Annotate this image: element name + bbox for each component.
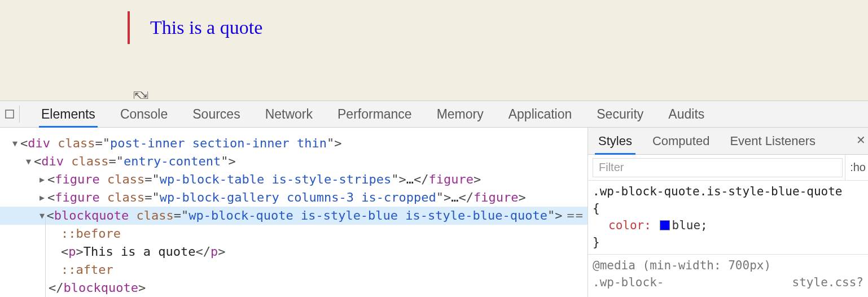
dom-node-blockquote-selected[interactable]: ▼ <blockquote class="wp-block-quote is-s…	[0, 207, 588, 225]
dom-node-figure-table[interactable]: ▶ <figure class="wp-block-table is-style…	[0, 171, 588, 189]
dom-node-figure-gallery[interactable]: ▶ <figure class="wp-block-gallery column…	[0, 189, 588, 207]
tab-audits[interactable]: Audits	[656, 101, 717, 127]
blockquote-rendered: This is a quote	[128, 11, 868, 44]
divider	[19, 106, 20, 123]
styles-tab-styles[interactable]: Styles	[588, 128, 642, 154]
media-query: @media (min-width: 700px)	[593, 257, 863, 274]
styles-panel: Styles Computed Event Listeners ✕ :ho .w…	[588, 128, 868, 297]
collapse-arrow-icon[interactable]: ▶	[40, 171, 47, 189]
expand-arrow-icon[interactable]: ▼	[12, 134, 20, 152]
styles-filter-input[interactable]	[593, 158, 843, 177]
elements-panel[interactable]: ▼ <div class="post-inner section-inner t…	[0, 128, 588, 297]
tab-sources[interactable]: Sources	[180, 101, 252, 127]
css-property[interactable]: color:	[608, 219, 651, 232]
dom-pseudo-before[interactable]: ::before	[0, 225, 588, 243]
svg-rect-0	[6, 110, 14, 118]
close-icon[interactable]: ✕	[856, 133, 866, 147]
toggle-hov-button[interactable]: :ho	[845, 155, 868, 180]
tab-console[interactable]: Console	[108, 101, 180, 127]
selected-node-marker: ==	[563, 207, 585, 225]
devtools-tabbar: Elements Console Sources Network Perform…	[0, 101, 868, 128]
media-selector: .wp-block-	[593, 274, 664, 291]
css-rule[interactable]: .wp-block-quote.is-style-blue-quote { co…	[588, 181, 868, 255]
resize-handle-icon[interactable]: ⇱⇲	[133, 89, 147, 102]
inspect-element-icon[interactable]	[0, 110, 19, 119]
collapse-arrow-icon[interactable]: ▶	[40, 189, 47, 207]
expand-arrow-icon[interactable]: ▼	[26, 152, 34, 171]
tab-network[interactable]: Network	[253, 101, 325, 127]
close-brace: }	[593, 235, 600, 249]
color-swatch-icon[interactable]	[660, 220, 670, 230]
tab-memory[interactable]: Memory	[424, 101, 496, 127]
tab-elements[interactable]: Elements	[29, 101, 108, 127]
css-selector: .wp-block-quote.is-style-blue-quote	[593, 185, 843, 198]
open-brace: {	[593, 202, 600, 215]
dom-node-div-entry-content[interactable]: ▼ <div class="entry-content">	[0, 152, 588, 171]
styles-tabbar: Styles Computed Event Listeners ✕	[588, 128, 868, 155]
css-value[interactable]: blue;	[672, 219, 708, 232]
tree-guide-line	[45, 217, 46, 297]
styles-tab-computed[interactable]: Computed	[642, 128, 720, 154]
dom-node-p[interactable]: <p>This is a quote </p>	[0, 243, 588, 261]
devtools-body: ▼ <div class="post-inner section-inner t…	[0, 128, 868, 297]
css-media-rule[interactable]: @media (min-width: 700px) .wp-block- sty…	[588, 255, 868, 291]
dom-node-div-post-inner[interactable]: ▼ <div class="post-inner section-inner t…	[0, 134, 588, 152]
tab-security[interactable]: Security	[584, 101, 656, 127]
quote-text: This is a quote	[150, 17, 262, 38]
page-preview: This is a quote ⇱⇲	[0, 0, 868, 101]
tab-application[interactable]: Application	[496, 101, 585, 127]
styles-tab-event-listeners[interactable]: Event Listeners	[720, 128, 826, 154]
styles-filter-bar: :ho	[588, 155, 868, 181]
stylesheet-link[interactable]: style.css?	[792, 274, 863, 291]
tab-performance[interactable]: Performance	[325, 101, 424, 127]
dom-pseudo-after[interactable]: ::after	[0, 261, 588, 279]
dom-node-blockquote-close[interactable]: </blockquote>	[0, 279, 588, 297]
